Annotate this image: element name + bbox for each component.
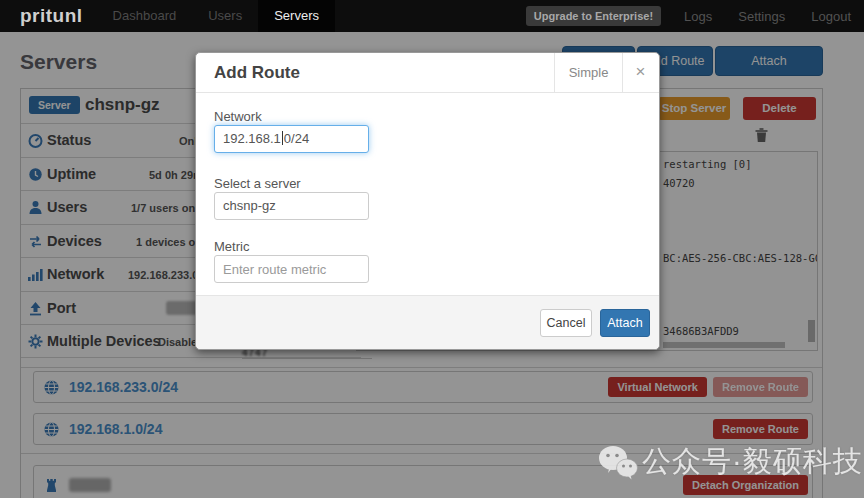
nav-item-servers[interactable]: Servers	[258, 0, 335, 32]
watermark: 公众号·毅硕科技	[598, 442, 863, 482]
modal-title: Add Route	[214, 63, 300, 83]
navbar-right: Upgrade to Enterprise! Logs Settings Log…	[526, 6, 864, 26]
wechat-icon	[598, 444, 638, 480]
nav-item-logs[interactable]: Logs	[671, 9, 725, 24]
nav-item-dashboard[interactable]: Dashboard	[97, 0, 193, 32]
app-window: pritunl Dashboard Users Servers Upgrade …	[0, 0, 864, 498]
navbar: pritunl Dashboard Users Servers Upgrade …	[0, 0, 864, 32]
nav-item-logout[interactable]: Logout	[798, 9, 864, 24]
nav-item-settings[interactable]: Settings	[725, 9, 798, 24]
upgrade-enterprise-button[interactable]: Upgrade to Enterprise!	[526, 6, 661, 26]
close-icon[interactable]: ×	[622, 53, 659, 93]
add-route-modal: Add Route Simple × Network 192.168.10/24…	[195, 52, 660, 350]
text-caret	[282, 131, 283, 145]
modal-header: Add Route Simple ×	[196, 53, 659, 93]
server-select[interactable]: chsnp-gz	[214, 192, 369, 220]
watermark-text: 公众号·毅硕科技	[642, 442, 863, 482]
network-input[interactable]: 192.168.10/24	[214, 125, 369, 153]
nav-item-users[interactable]: Users	[192, 0, 258, 32]
network-field-label: Network	[214, 109, 262, 124]
cancel-button[interactable]: Cancel	[540, 309, 592, 337]
metric-field-label: Metric	[214, 239, 249, 254]
metric-input[interactable]	[214, 255, 369, 283]
pritunl-logo: pritunl	[20, 5, 83, 27]
simple-mode-toggle[interactable]: Simple	[554, 53, 623, 93]
attach-button[interactable]: Attach	[600, 309, 650, 337]
modal-footer: Cancel Attach	[196, 295, 659, 349]
network-value-before-caret: 192.168.1	[223, 131, 281, 146]
server-select-label: Select a server	[214, 176, 301, 191]
network-value-after-caret: 0/24	[284, 131, 309, 146]
